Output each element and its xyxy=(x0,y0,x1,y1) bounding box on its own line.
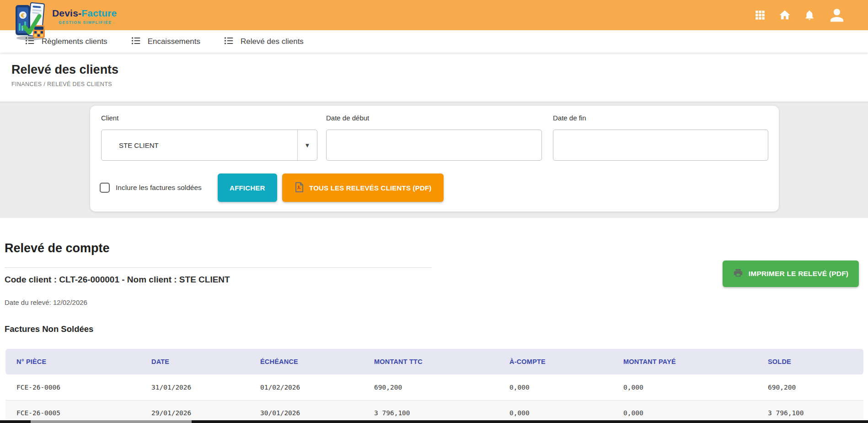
logo-subtitle: GESTION SIMPLIFIÉE xyxy=(59,20,117,25)
cell-echeance: 30/01/2026 xyxy=(249,400,363,423)
logo-illustration-icon: € xyxy=(13,1,48,42)
client-select[interactable]: STE CLIENT ▼ xyxy=(101,130,317,161)
cell-date: 31/01/2026 xyxy=(140,374,249,400)
list-icon xyxy=(223,35,234,48)
all-statements-pdf-button[interactable]: TOUS LES RELEVÉS CLIENTS (PDF) xyxy=(282,174,444,202)
horizontal-scrollbar[interactable] xyxy=(0,420,868,423)
divider xyxy=(5,267,432,268)
date-end-label: Date de fin xyxy=(553,114,586,122)
cell-acompte: 0,000 xyxy=(498,374,612,400)
logo-title: Devis-Facture xyxy=(52,8,117,19)
user-avatar[interactable] xyxy=(828,6,846,24)
include-settled-invoices-label: Inclure les factures soldées xyxy=(116,184,202,192)
col-header-acompte: À-COMPTE xyxy=(498,349,612,374)
printer-icon xyxy=(733,268,743,280)
col-header-solde: SOLDE xyxy=(757,349,863,374)
cell-piece: FCE-26-0006 xyxy=(5,374,140,400)
home-icon[interactable] xyxy=(778,9,791,22)
horizontal-scrollbar-thumb[interactable] xyxy=(31,420,192,423)
cell-acompte: 0,000 xyxy=(498,400,612,423)
secondary-navbar: Règlements clients Encaissements Relevé … xyxy=(0,30,868,53)
cell-solde: 690,200 xyxy=(757,374,863,400)
include-settled-invoices-checkbox[interactable] xyxy=(100,183,110,193)
nav-item-label: Relevé des clients xyxy=(241,37,304,46)
all-statements-pdf-label: TOUS LES RELEVÉS CLIENTS (PDF) xyxy=(309,184,431,192)
page-header: Relevé des clients FINANCES / RELEVÉ DES… xyxy=(0,53,868,102)
date-end-input[interactable] xyxy=(553,130,768,161)
cell-montant-ttc: 3 796,100 xyxy=(363,400,498,423)
statement-date-line: Date du relevé: 12/02/2026 xyxy=(5,298,87,306)
cell-montant-paye: 0,000 xyxy=(612,374,757,400)
cell-solde: 3 796,100 xyxy=(757,400,863,423)
apps-icon[interactable] xyxy=(754,9,766,21)
client-code-name-line: Code client : CLT-26-000001 - Nom client… xyxy=(5,275,230,285)
date-start-input[interactable] xyxy=(326,130,542,161)
cell-montant-ttc: 690,200 xyxy=(363,374,498,400)
page-title: Relevé des clients xyxy=(11,63,118,77)
nav-item-encaissements[interactable]: Encaissements xyxy=(130,35,200,48)
chevron-down-icon[interactable]: ▼ xyxy=(298,142,317,149)
nav-item-releve-des-clients[interactable]: Relevé des clients xyxy=(223,35,304,48)
cell-piece: FCE-26-0005 xyxy=(5,400,140,423)
list-icon xyxy=(130,35,141,48)
print-statement-pdf-button[interactable]: IMPRIMER LE RELEVÉ (PDF) xyxy=(723,260,859,287)
notifications-bell-icon[interactable] xyxy=(804,9,815,21)
app-logo[interactable]: € Devis-Facture GESTION SIMPLIFIÉE xyxy=(13,1,117,42)
top-app-bar xyxy=(0,0,868,30)
col-header-montant-ttc: MONTANT TTC xyxy=(363,349,498,374)
col-header-montant-paye: MONTANT PAYÉ xyxy=(612,349,757,374)
filters-card: Client Date de début Date de fin STE CLI… xyxy=(90,106,779,212)
nav-item-label: Encaissements xyxy=(148,37,200,46)
unsettled-invoices-table: N° PIÈCE DATE ÉCHÉANCE MONTANT TTC À-COM… xyxy=(5,349,863,423)
afficher-button[interactable]: AFFICHER xyxy=(218,174,277,202)
unsettled-invoices-section-title: Factures Non Soldées xyxy=(5,324,93,334)
table-row[interactable]: FCE-26-0006 31/01/2026 01/02/2026 690,20… xyxy=(5,374,863,400)
client-select-value: STE CLIENT xyxy=(102,141,297,149)
pdf-file-icon xyxy=(294,182,304,194)
table-header-row: N° PIÈCE DATE ÉCHÉANCE MONTANT TTC À-COM… xyxy=(5,349,863,374)
col-header-piece: N° PIÈCE xyxy=(5,349,140,374)
statement-title: Relevé de compte xyxy=(5,241,110,255)
col-header-date: DATE xyxy=(140,349,249,374)
breadcrumb: FINANCES / RELEVÉ DES CLIENTS xyxy=(11,81,112,87)
table-row[interactable]: FCE-26-0005 29/01/2026 30/01/2026 3 796,… xyxy=(5,400,863,423)
col-header-echeance: ÉCHÉANCE xyxy=(249,349,363,374)
print-statement-pdf-label: IMPRIMER LE RELEVÉ (PDF) xyxy=(749,270,848,278)
svg-text:€: € xyxy=(21,12,25,19)
cell-date: 29/01/2026 xyxy=(140,400,249,423)
cell-montant-paye: 0,000 xyxy=(612,400,757,423)
client-label: Client xyxy=(101,114,118,122)
cell-echeance: 01/02/2026 xyxy=(249,374,363,400)
date-start-label: Date de début xyxy=(326,114,369,122)
